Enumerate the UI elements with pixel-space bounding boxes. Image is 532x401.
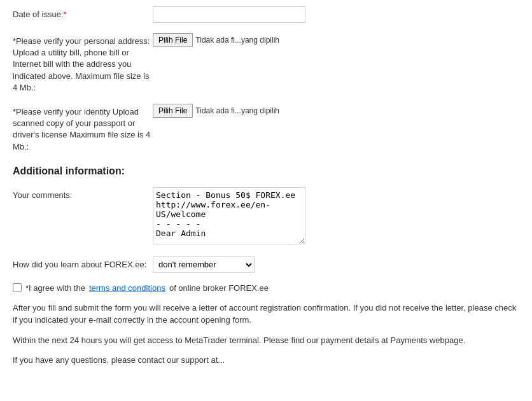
date-of-issue-input[interactable] [153,6,305,23]
info-paragraph-2: Within the next 24 hours you will get ac… [13,334,519,347]
address-file-status: Tidak ada fi...yang dipilih [195,36,279,45]
identity-file-input: Pilih File Tidak ada fi...yang dipilih [153,104,519,118]
date-of-issue-label: Date of issue:* [13,6,153,20]
identity-verify-label: *Please verify your identity Upload scan… [13,104,153,153]
additional-info-title: Additional information: [13,165,519,177]
comments-textarea-wrap: Section - Bonus 50$ FOREX.ee http://www.… [153,187,305,246]
address-verify-row: *Please verify your personal address: Up… [13,33,519,94]
date-of-issue-required: * [64,10,67,19]
identity-file-status: Tidak ada fi...yang dipilih [195,106,279,115]
info-paragraph-3: If you have any questions, please contac… [13,354,519,367]
identity-file-wrap: Pilih File Tidak ada fi...yang dipilih [153,104,519,118]
comments-textarea[interactable]: Section - Bonus 50$ FOREX.ee http://www.… [153,187,305,244]
how-learn-row: How did you learn about FOREX.ee: don't … [13,257,519,273]
agree-checkbox[interactable] [13,283,22,292]
address-verify-label: *Please verify your personal address: Up… [13,33,153,94]
date-of-issue-row: Date of issue:* [13,6,519,23]
identity-file-button[interactable]: Pilih File [153,104,193,118]
address-file-input: Pilih File Tidak ada fi...yang dipilih [153,33,519,47]
how-learn-label: How did you learn about FOREX.ee: [13,257,153,271]
comments-row: Your comments: Section - Bonus 50$ FOREX… [13,187,519,246]
info-paragraph-1: After you fill and submit the form you w… [13,302,519,327]
agree-text2: of online broker FOREX.ee [169,283,269,293]
agree-row: *I agree with the terms and conditions o… [13,283,519,293]
comments-label: Your comments: [13,187,153,201]
how-learn-select[interactable]: don't remember Search engine Friend Adve… [153,257,255,273]
agree-text: *I agree with the [25,283,85,293]
identity-verify-row: *Please verify your identity Upload scan… [13,104,519,153]
address-file-button[interactable]: Pilih File [153,33,193,47]
terms-link[interactable]: terms and conditions [89,283,165,293]
how-learn-select-wrap: don't remember Search engine Friend Adve… [153,257,519,273]
comments-wrap: Section - Bonus 50$ FOREX.ee http://www.… [153,187,519,246]
date-of-issue-input-wrap [153,6,519,23]
address-file-wrap: Pilih File Tidak ada fi...yang dipilih [153,33,519,47]
date-of-issue-label-text: Date of issue: [13,10,64,19]
